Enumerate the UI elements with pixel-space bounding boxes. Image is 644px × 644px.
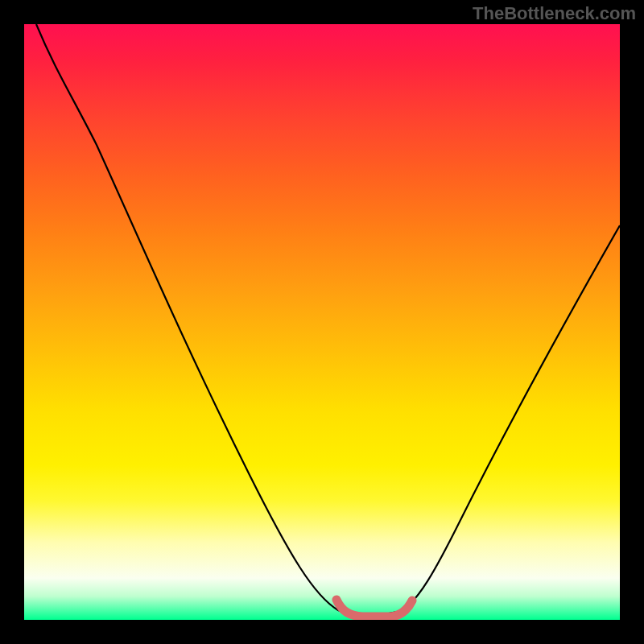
valley-highlight-path xyxy=(336,600,412,617)
chart-svg xyxy=(24,24,620,620)
watermark-text: TheBottleneck.com xyxy=(473,3,636,24)
bottleneck-curve-path xyxy=(36,24,620,615)
chart-plot-area xyxy=(24,24,620,620)
